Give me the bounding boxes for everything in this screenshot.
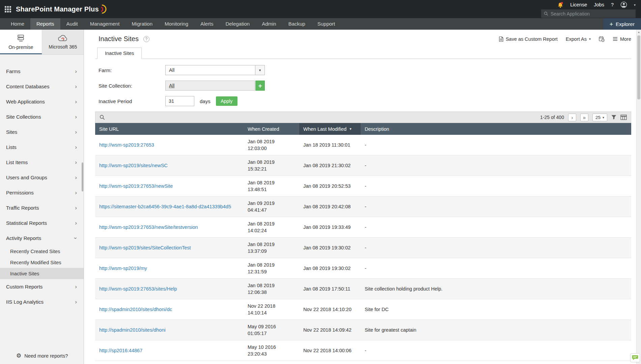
global-search[interactable] (541, 9, 636, 18)
jobs-link[interactable]: Jobs (594, 2, 604, 7)
nav-tab-alerts[interactable]: Alerts (194, 18, 219, 30)
nav-tab-home[interactable]: Home (5, 18, 30, 30)
sidebar-tab-label: On-premise (8, 44, 33, 50)
nav-tabs: HomeReportsAuditManagementMigrationMonit… (0, 18, 341, 30)
nav-tab-audit[interactable]: Audit (60, 18, 84, 30)
sidebar-item-content-databases[interactable]: Content Databases› (0, 79, 84, 94)
sidebar-item-recently-modified-sites[interactable]: Recently Modified Sites (0, 257, 84, 268)
sidebar-item-traffic-reports[interactable]: Traffic Reports› (0, 200, 84, 215)
column-header-when-created[interactable]: When Created (244, 126, 299, 132)
days-label: days (200, 98, 211, 104)
column-header-when-last-modified[interactable]: When Last Modified ▾ (299, 123, 361, 135)
nav-tab-backup[interactable]: Backup (282, 18, 311, 30)
sidebar-item-list-items[interactable]: List Items› (0, 155, 84, 170)
site-url-cell: http://wsm-sp2019/sites/newSC (95, 159, 244, 172)
search-icon (544, 11, 548, 16)
user-icon[interactable] (620, 1, 627, 8)
column-header-site-url[interactable]: Site URL (95, 126, 244, 132)
site-url-cell: http://wsm-sp2019:27653/sites/Help (95, 282, 244, 295)
description-cell: Site for DC (361, 303, 631, 316)
chevron-right-icon: › (75, 220, 77, 226)
chevron-right-icon: › (75, 159, 77, 165)
explorer-button[interactable]: + Explorer (603, 18, 641, 30)
site-url-link[interactable]: http://wsm-sp2019/my (99, 266, 147, 271)
site-url-link[interactable]: http://wsm-sp2019:27653/newSite (99, 183, 173, 189)
tab-inactive-sites[interactable]: Inactive Sites (97, 48, 142, 59)
more-button[interactable]: More (613, 36, 631, 42)
next-page-button[interactable]: › (568, 114, 576, 121)
site-url-link[interactable]: http://wsm-sp2019:27653/newSite/testvers… (99, 224, 198, 230)
column-header-description[interactable]: Description (361, 126, 631, 132)
sidebar-tab-on-premise[interactable]: On-premise (0, 30, 42, 54)
nav-tab-reports[interactable]: Reports (30, 18, 60, 30)
sort-desc-icon: ▾ (350, 127, 352, 131)
site-url-link[interactable]: http://wsm-sp2019:27653/sites/Help (99, 286, 177, 292)
sidebar-item-web-applications[interactable]: Web Applications› (0, 94, 84, 109)
site-url-link[interactable]: http://spadmin2010/sites/dhoni (99, 327, 166, 333)
page-size-select[interactable]: 25 ▾ (592, 114, 607, 121)
sidebar-item-lists[interactable]: Lists› (0, 140, 84, 155)
nav-tab-support[interactable]: Support (311, 18, 341, 30)
site-url-link[interactable]: http://wsm-sp2019:27653 (99, 142, 154, 148)
nav-tab-monitoring[interactable]: Monitoring (159, 18, 194, 30)
filter-icon[interactable] (611, 115, 616, 120)
site-collection-field[interactable]: All (165, 81, 255, 91)
help-icon[interactable]: ? (611, 2, 614, 7)
sidebar-item-inactive-sites[interactable]: Inactive Sites (0, 268, 84, 279)
site-url-link[interactable]: http://wsm-sp2019/sites/SiteCollectionTe… (99, 245, 191, 250)
site-url-link[interactable]: http://spadmin2010/sites/dhoni/dc (99, 307, 172, 312)
chevron-right-icon: › (75, 190, 77, 195)
feedback-chat-icon[interactable] (630, 353, 640, 362)
save-as-custom-report-button[interactable]: Save as Custom Report (499, 36, 558, 42)
scrollbar-thumb[interactable] (637, 35, 640, 99)
sidebar-item-label: Site Collections (6, 114, 41, 120)
site-url-link[interactable]: https://sitemaster-b2ca6456-39c9-4ae1-8a… (99, 204, 231, 209)
column-chooser-icon[interactable] (620, 115, 627, 120)
farm-select[interactable]: All ▾ (165, 65, 265, 75)
notification-bell-icon[interactable] (557, 2, 563, 8)
when-last-modified-cell: Jan 08 2019 19:30:02 (299, 262, 361, 275)
sidebar-item-farms[interactable]: Farms› (0, 64, 84, 79)
apply-button[interactable]: Apply (216, 96, 238, 106)
chevron-down-icon: ▾ (589, 37, 591, 41)
site-url-link[interactable]: http://sp2016:44867 (99, 348, 142, 353)
nav-tab-migration[interactable]: Migration (126, 18, 159, 30)
sidebar-item-sites[interactable]: Sites› (0, 124, 84, 140)
sidebar-tab-microsoft-365[interactable]: Microsoft 365 (42, 30, 84, 54)
apps-grid-icon[interactable] (5, 6, 11, 12)
chevron-down-icon: ▾ (603, 116, 604, 119)
sidebar-item-site-collections[interactable]: Site Collections› (0, 109, 84, 124)
scroll-up-icon[interactable]: ▲ (637, 30, 641, 35)
vertical-scrollbar[interactable]: ▲ ▼ (636, 30, 641, 364)
last-page-button[interactable]: » (580, 114, 588, 121)
sidebar-item-users-and-groups[interactable]: Users and Groups› (0, 170, 84, 185)
sidebar-item-custom-reports[interactable]: Custom Reports› (0, 279, 84, 294)
nav-tab-admin[interactable]: Admin (256, 18, 282, 30)
add-site-collection-button[interactable]: + (255, 81, 265, 91)
sidebar-item-iis-log-analytics[interactable]: IIS Log Analytics› (0, 294, 84, 309)
export-as-button[interactable]: Export As ▾ (566, 36, 591, 42)
page-help-icon[interactable]: ? (143, 36, 149, 42)
inactive-period-input[interactable] (165, 96, 194, 106)
description-cell: - (361, 241, 631, 254)
farm-label: Farm: (95, 67, 165, 73)
nav-tab-management[interactable]: Management (84, 18, 126, 30)
table-search-icon[interactable] (100, 115, 105, 120)
license-link[interactable]: License (570, 2, 587, 7)
schedule-report-icon[interactable] (599, 36, 605, 42)
sidebar-item-label: Lists (6, 144, 17, 150)
sidebar-item-recently-created-sites[interactable]: Recently Created Sites (0, 246, 84, 257)
user-menu-caret-icon[interactable]: ▾ (634, 3, 636, 7)
sidebar-item-label: Traffic Reports (6, 205, 39, 211)
site-url-link[interactable]: http://wsm-sp2019/sites/newSC (99, 163, 168, 168)
sidebar-item-activity-reports[interactable]: Activity Reports› (0, 231, 84, 246)
sidebar-scrollbar-thumb[interactable] (82, 162, 83, 191)
nav-tab-delegation[interactable]: Delegation (219, 18, 256, 30)
when-created-cell: Jan 08 2019 14:02:24 (244, 217, 299, 237)
sidebar-item-statistical-reports[interactable]: Statistical Reports› (0, 215, 84, 231)
pagination-range: 1-25 of 400 (540, 115, 564, 120)
sidebar-item-permissions[interactable]: Permissions› (0, 185, 84, 200)
need-more-reports-link[interactable]: ⚙ Need more reports? (16, 352, 68, 359)
chevron-right-icon: › (75, 68, 77, 74)
search-input[interactable] (551, 11, 633, 17)
